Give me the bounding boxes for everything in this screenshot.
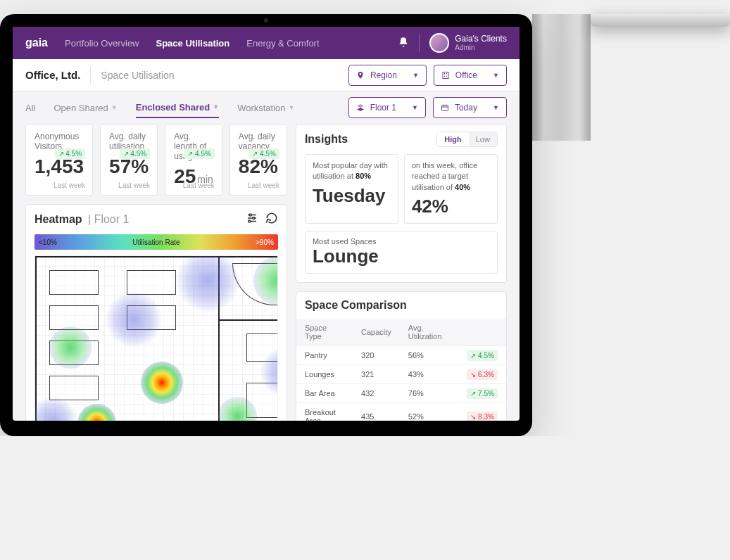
kpi-sub: Last week — [183, 182, 215, 189]
heatmap-card: Heatmap | Floor 1 <10% Utilisation Rate … — [25, 204, 287, 421]
insights-toggle[interactable]: High Low — [436, 132, 498, 147]
insights-card: Insights High Low Most popular day with … — [296, 124, 507, 283]
cell-type: Lounges — [296, 365, 353, 384]
col-capacity[interactable]: Capacity — [353, 319, 400, 346]
calendar-icon — [441, 103, 449, 112]
kpi-delta: ↗ 4.5% — [120, 148, 151, 159]
insight-most-used: Most used Spaces Lounge — [305, 231, 498, 274]
kpi-length-usage: Avg. length of usage 25min ↗ 4.5% Last w… — [165, 124, 222, 196]
content-area: Anonymous Visitors 1,453 ↗ 4.5% Last wee… — [13, 124, 520, 421]
insight-text: on this week, office reached a target ut… — [412, 160, 490, 193]
kpi-visitors: Anonymous Visitors 1,453 ↗ 4.5% Last wee… — [25, 124, 93, 196]
svg-point-15 — [253, 217, 255, 219]
space-comparison-title: Space Comparison — [296, 292, 506, 319]
chevron-down-icon: ▼ — [493, 104, 499, 111]
kpi-delta: ↗ 4.5% — [184, 148, 215, 159]
app-screen: gaia Portfolio Overview Space Utilisatio… — [13, 27, 520, 421]
table-row[interactable]: Pantry32056%↗ 4.5% — [296, 346, 506, 365]
tab-workstation[interactable]: Workstation ▼ — [237, 103, 294, 113]
chevron-down-icon: ▼ — [412, 104, 418, 111]
user-name: Gaia's Clients — [455, 34, 507, 44]
avatar — [429, 33, 449, 53]
toggle-low[interactable]: Low — [469, 132, 497, 146]
office-dropdown[interactable]: Office ▼ — [434, 65, 507, 86]
insights-title: Insights — [305, 133, 348, 146]
camera-dot — [264, 18, 268, 23]
building-icon — [441, 71, 450, 79]
monitor-stand-base — [591, 14, 730, 27]
chevron-down-icon: ▼ — [111, 104, 118, 111]
date-dropdown[interactable]: Today ▼ — [433, 97, 507, 118]
brand-logo[interactable]: gaia — [25, 37, 48, 49]
divider — [419, 34, 420, 52]
tab-enclosed-shared[interactable]: Enclosed Shared ▼ — [136, 102, 219, 118]
cell-delta: ↘ 6.3% — [458, 365, 506, 384]
cell-util: 52% — [400, 403, 458, 421]
bell-icon[interactable] — [398, 37, 409, 50]
office-label: Office — [455, 70, 477, 80]
tab-all[interactable]: All — [25, 103, 35, 113]
svg-rect-7 — [441, 106, 448, 111]
cell-type: Breakout Area — [296, 403, 353, 421]
pin-icon — [356, 71, 365, 79]
kpi-row: Anonymous Visitors 1,453 ↗ 4.5% Last wee… — [25, 124, 287, 196]
user-role: Admin — [455, 44, 507, 51]
org-name: Office, Ltd. — [25, 69, 80, 81]
filter-bar: All Open Shared ▼ Enclosed Shared ▼ Work… — [13, 91, 520, 124]
chevron-down-icon: ▼ — [493, 72, 499, 79]
cell-type: Bar Area — [296, 384, 353, 403]
monitor-stand-neck — [532, 14, 591, 141]
kpi-delta: ↗ 4.5% — [248, 148, 279, 159]
table-row[interactable]: Breakout Area43552%↘ 8.3% — [296, 403, 506, 421]
insight-value: Tuesday — [313, 185, 391, 207]
floor-label: Floor 1 — [370, 103, 396, 113]
col-space-type[interactable]: Space Type — [296, 319, 353, 346]
breadcrumb: Space Utilisation — [101, 70, 174, 81]
cell-capacity: 435 — [353, 403, 400, 421]
heatmap-subtitle: | Floor 1 — [85, 213, 130, 226]
col-delta — [458, 319, 506, 346]
svg-rect-0 — [443, 72, 448, 78]
kpi-daily-util: Avg. daily utilisation 57% ↗ 4.5% Last w… — [100, 124, 158, 196]
chevron-down-icon: ▼ — [289, 104, 295, 111]
svg-point-16 — [248, 220, 251, 222]
svg-point-14 — [249, 214, 251, 216]
cell-util: 43% — [400, 365, 458, 384]
insight-popular-day: Most popular day with utilisation at 80%… — [305, 154, 398, 224]
chevron-down-icon: ▼ — [213, 103, 219, 110]
insight-target-util: on this week, office reached a target ut… — [404, 154, 498, 224]
user-menu[interactable]: Gaia's Clients Admin — [429, 33, 507, 53]
cell-capacity: 320 — [353, 346, 400, 365]
space-comparison-table: Space Type Capacity Avg. Utilization Pan… — [296, 319, 506, 421]
region-dropdown[interactable]: Region ▼ — [348, 65, 427, 86]
refresh-icon[interactable] — [265, 212, 278, 227]
tab-open-shared[interactable]: Open Shared ▼ — [54, 103, 117, 113]
cell-capacity: 321 — [353, 365, 400, 384]
floor-dropdown[interactable]: Floor 1 ▼ — [348, 97, 426, 118]
kpi-sub: Last week — [54, 182, 85, 189]
tab-label: Workstation — [237, 103, 285, 113]
cell-capacity: 432 — [353, 384, 400, 403]
divider — [90, 67, 91, 84]
layers-icon — [356, 103, 365, 112]
col-avg-util[interactable]: Avg. Utilization — [400, 319, 458, 346]
legend-low: <10% — [39, 238, 57, 246]
kpi-sub: Last week — [248, 182, 279, 189]
cell-type: Pantry — [296, 346, 353, 365]
table-row[interactable]: Bar Area43276%↗ 7.5% — [296, 384, 506, 403]
legend-high: >90% — [256, 238, 274, 246]
insight-value: 42% — [412, 196, 490, 217]
toggle-high[interactable]: High — [437, 132, 468, 146]
kpi-sub: Last week — [118, 182, 150, 189]
table-row[interactable]: Lounges32143%↘ 6.3% — [296, 365, 506, 384]
sliders-icon[interactable] — [246, 212, 258, 227]
nav-portfolio[interactable]: Portfolio Overview — [65, 38, 139, 49]
cell-util: 76% — [400, 384, 458, 403]
nav-energy-comfort[interactable]: Energy & Comfort — [246, 38, 319, 49]
topbar: gaia Portfolio Overview Space Utilisatio… — [13, 27, 520, 59]
legend-mid: Utilisation Rate — [132, 238, 180, 246]
kpi-vacancy: Avg. daily vacancy 82% ↗ 4.5% Last week — [229, 124, 287, 196]
nav-space-utilisation[interactable]: Space Utilisation — [156, 38, 230, 49]
floorplan[interactable] — [34, 255, 278, 421]
region-label: Region — [370, 70, 397, 80]
